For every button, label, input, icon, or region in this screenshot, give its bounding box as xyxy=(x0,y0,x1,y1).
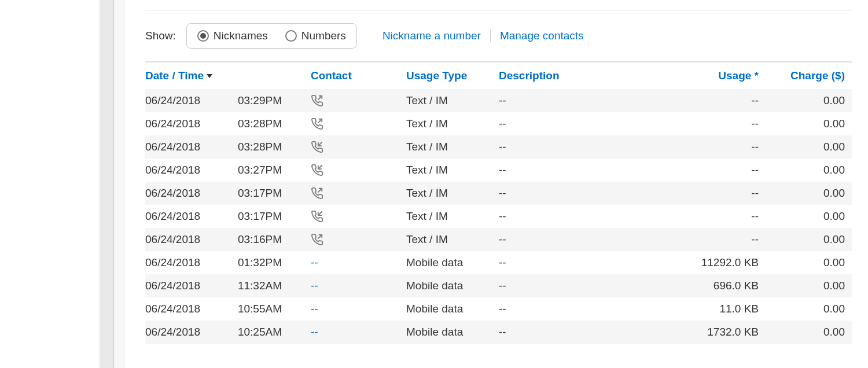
cell-date: 06/24/2018 xyxy=(145,94,219,107)
nickname-number-link[interactable]: Nickname a number xyxy=(373,30,490,42)
cell-usage: -- xyxy=(649,210,762,223)
cell-usage: -- xyxy=(649,141,762,153)
cell-charge: 0.00 xyxy=(762,141,852,153)
radio-dot-icon xyxy=(285,30,297,42)
incoming-call-icon[interactable] xyxy=(311,210,323,223)
cell-usage: -- xyxy=(649,187,762,200)
outgoing-call-icon[interactable] xyxy=(311,94,323,107)
radio-nicknames[interactable]: Nicknames xyxy=(197,30,268,42)
contact-dash-link[interactable]: -- xyxy=(311,279,318,292)
cell-charge: 0.00 xyxy=(762,187,852,200)
scrollbar-track[interactable] xyxy=(114,0,124,368)
cell-charge: 0.00 xyxy=(762,94,852,107)
cell-charge: 0.00 xyxy=(762,117,852,130)
radio-numbers-label: Numbers xyxy=(301,30,346,42)
cell-charge: 0.00 xyxy=(762,326,852,338)
cell-description: -- xyxy=(499,303,649,315)
cell-date: 06/24/2018 xyxy=(145,187,219,200)
action-links: Nickname a number Manage contacts xyxy=(373,30,593,42)
cell-time: 03:17PM xyxy=(219,187,288,200)
header-contact[interactable]: Contact xyxy=(311,69,352,82)
cell-date: 06/24/2018 xyxy=(145,210,219,223)
outgoing-call-icon[interactable] xyxy=(311,233,323,246)
cell-usage: -- xyxy=(649,94,762,107)
cell-date: 06/24/2018 xyxy=(145,256,219,269)
top-divider xyxy=(145,0,852,10)
cell-usage: 11292.0 KB xyxy=(649,256,762,269)
sort-desc-icon xyxy=(206,73,213,79)
svg-line-4 xyxy=(318,165,322,169)
cell-contact: -- xyxy=(288,279,406,292)
cell-time: 03:16PM xyxy=(219,233,288,246)
cell-description: -- xyxy=(499,94,649,107)
cell-contact: -- xyxy=(288,303,406,315)
incoming-call-icon[interactable] xyxy=(311,164,323,176)
cell-usage-type: Mobile data xyxy=(406,326,499,338)
cell-contact xyxy=(288,164,406,176)
cell-contact xyxy=(288,187,406,200)
header-date-time[interactable]: Date / Time xyxy=(145,69,204,82)
cell-time: 01:32PM xyxy=(219,256,288,269)
header-charge[interactable]: Charge ($) xyxy=(790,69,845,82)
cell-contact xyxy=(288,117,406,130)
cell-charge: 0.00 xyxy=(762,303,852,315)
cell-charge: 0.00 xyxy=(762,256,852,269)
radio-nicknames-label: Nicknames xyxy=(214,30,268,42)
cell-usage: 696.0 KB xyxy=(649,279,762,292)
header-description[interactable]: Description xyxy=(499,69,560,82)
content-area: Show: Nicknames Numbers Nickname a numbe… xyxy=(124,0,868,368)
cell-date: 06/24/2018 xyxy=(145,326,219,338)
table-row: 06/24/201803:29PMText / IM----0.00 xyxy=(145,89,852,112)
filter-controls: Show: Nicknames Numbers Nickname a numbe… xyxy=(145,10,852,61)
svg-line-7 xyxy=(318,235,322,238)
cell-contact xyxy=(288,210,406,223)
cell-usage-type: Text / IM xyxy=(406,164,499,176)
cell-description: -- xyxy=(499,164,649,176)
cell-date: 06/24/2018 xyxy=(145,117,219,130)
usage-table: Date / Time Contact Usage Type Descripti… xyxy=(145,61,852,344)
svg-line-2 xyxy=(318,119,322,123)
cell-time: 03:28PM xyxy=(219,117,288,130)
cell-usage: -- xyxy=(649,233,762,246)
table-row: 06/24/201803:17PMText / IM----0.00 xyxy=(145,205,852,228)
contact-dash-link[interactable]: -- xyxy=(311,326,318,338)
outgoing-call-icon[interactable] xyxy=(311,117,323,130)
outgoing-call-icon[interactable] xyxy=(311,187,323,200)
svg-marker-0 xyxy=(207,74,212,78)
table-row: 06/24/201801:32PM--Mobile data--11292.0 … xyxy=(145,251,852,274)
table-row: 06/24/201803:17PMText / IM----0.00 xyxy=(145,182,852,205)
cell-usage-type: Mobile data xyxy=(406,279,499,292)
incoming-call-icon[interactable] xyxy=(311,141,323,153)
cell-contact xyxy=(288,233,406,246)
show-radio-group: Nicknames Numbers xyxy=(186,23,357,49)
svg-line-6 xyxy=(318,212,322,215)
cell-description: -- xyxy=(499,187,649,200)
cell-description: -- xyxy=(499,233,649,246)
cell-usage: -- xyxy=(649,117,762,130)
manage-contacts-link[interactable]: Manage contacts xyxy=(491,30,593,42)
contact-dash-link[interactable]: -- xyxy=(311,303,318,315)
cell-contact xyxy=(288,94,406,107)
cell-description: -- xyxy=(499,256,649,269)
header-usage-star[interactable]: Usage * xyxy=(718,69,759,82)
cell-usage-type: Mobile data xyxy=(406,303,499,315)
cell-usage: 1732.0 KB xyxy=(649,326,762,338)
table-row: 06/24/201803:28PMText / IM----0.00 xyxy=(145,112,852,135)
cell-date: 06/24/2018 xyxy=(145,233,219,246)
cell-contact xyxy=(288,141,406,153)
cell-contact: -- xyxy=(288,256,406,269)
cell-time: 03:27PM xyxy=(219,164,288,176)
header-usage-type[interactable]: Usage Type xyxy=(406,69,467,82)
svg-line-5 xyxy=(318,189,322,192)
contact-dash-link[interactable]: -- xyxy=(311,256,318,269)
table-row: 06/24/201803:27PMText / IM----0.00 xyxy=(145,159,852,182)
cell-charge: 0.00 xyxy=(762,233,852,246)
svg-line-3 xyxy=(318,142,322,146)
table-row: 06/24/201811:32AM--Mobile data--696.0 KB… xyxy=(145,274,852,297)
table-header-row: Date / Time Contact Usage Type Descripti… xyxy=(145,62,852,89)
cell-time: 11:32AM xyxy=(219,279,288,292)
cell-usage-type: Text / IM xyxy=(406,187,499,200)
radio-numbers[interactable]: Numbers xyxy=(285,30,346,42)
cell-time: 03:28PM xyxy=(219,141,288,153)
cell-charge: 0.00 xyxy=(762,279,852,292)
